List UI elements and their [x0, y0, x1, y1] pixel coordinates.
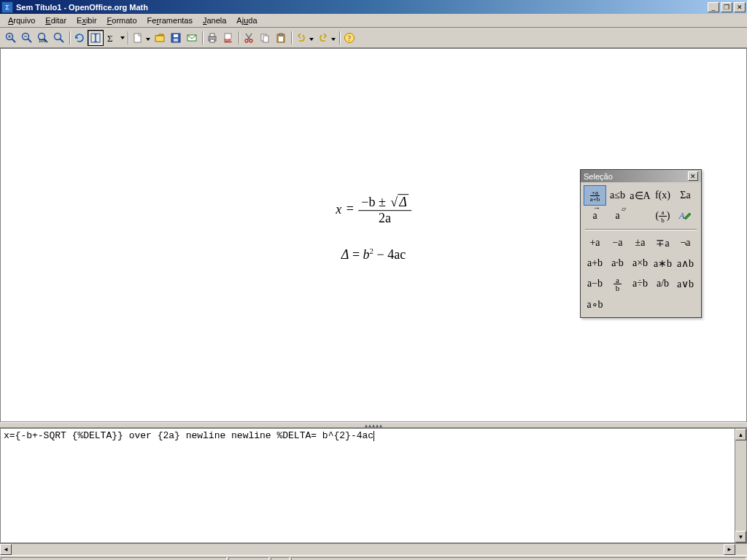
menu-ajuda[interactable]: Ajuda [231, 15, 262, 26]
op-a-ast-b[interactable]: a∗b [651, 253, 674, 273]
svg-text:?: ? [348, 34, 352, 42]
svg-line-5 [28, 39, 32, 42]
op-minusplus-a[interactable]: ∓a [651, 233, 674, 253]
app-icon: Σ [1, 1, 13, 13]
zoom-fit-button[interactable] [51, 30, 67, 46]
zoom-out-button[interactable] [19, 30, 35, 46]
op-a-and-b[interactable]: a∧b [674, 253, 697, 273]
help-button[interactable]: ? [341, 30, 357, 46]
category-attributes-acc[interactable]: a▱ [606, 206, 629, 226]
restore-button[interactable]: ❐ [721, 2, 732, 12]
op-a-dot-b[interactable]: a·b [606, 253, 629, 273]
category-functions[interactable]: f(x) [651, 185, 674, 206]
op-a-div-b[interactable]: a÷b [629, 273, 651, 294]
op-a-times-b[interactable]: a×b [629, 253, 651, 273]
formula-cursor-button[interactable] [88, 30, 104, 46]
export-pdf-button[interactable]: PDF [220, 30, 236, 46]
editor-vertical-scrollbar[interactable]: ▲ ▼ [735, 429, 746, 542]
palette-close-button[interactable]: ✕ [688, 171, 698, 181]
scroll-up-button[interactable]: ▲ [735, 429, 746, 440]
category-operators[interactable]: Σa [674, 185, 697, 206]
menu-formato-label: ormato [112, 16, 136, 25]
denominator: 2a [358, 211, 411, 226]
zoom-in-button[interactable] [3, 30, 19, 46]
menu-editar[interactable]: Editar [40, 15, 71, 26]
close-button[interactable]: ✕ [734, 2, 746, 12]
selection-palette[interactable]: Seleção ✕ +aa+b a≤b a∈A f(x) Σa a→ a▱ (a… [580, 169, 702, 318]
op-a-over-b[interactable]: ab [606, 273, 629, 294]
cut-button[interactable] [241, 30, 257, 46]
radicand-delta: Δ [398, 194, 409, 209]
op-plus-a[interactable]: +a [584, 233, 606, 253]
menubar: Arquivo Editar Exibir Formato Ferramenta… [0, 14, 747, 28]
svg-rect-36 [279, 36, 283, 42]
redo-button[interactable] [315, 30, 331, 46]
zoom-100-button[interactable]: 100 [35, 30, 51, 46]
email-button[interactable] [184, 30, 200, 46]
category-formats[interactable]: A [674, 206, 697, 226]
category-set-ops[interactable]: a∈A [629, 185, 651, 206]
menu-ferramentas[interactable]: Ferramentas [142, 15, 198, 26]
editor-horizontal-scrollbar[interactable] [12, 544, 724, 555]
splitter-handle[interactable]: ▴▴▴▴▴ [0, 422, 747, 428]
minimize-button[interactable]: _ [708, 2, 719, 12]
palette-titlebar[interactable]: Seleção ✕ [581, 170, 701, 182]
op-a-or-b[interactable]: a∨b [674, 273, 697, 294]
status-pane-4 [291, 557, 746, 560]
editor-content: x={-b+-SQRT {%DELTA}} over {2a} newline … [4, 430, 374, 441]
svg-text:Σ: Σ [107, 33, 113, 44]
dropdown-arrow-icon[interactable] [120, 32, 125, 44]
sigma-catalog-button[interactable]: Σ [104, 30, 120, 46]
scroll-down-button[interactable]: ▼ [735, 531, 746, 542]
svg-rect-33 [263, 36, 268, 42]
menu-exibir[interactable]: Exibir [71, 15, 102, 26]
scroll-right-button[interactable]: ► [724, 544, 735, 555]
undo-dropdown-icon[interactable] [309, 34, 315, 42]
open-button[interactable] [152, 30, 168, 46]
menu-arquivo-label: rquivo [13, 16, 35, 25]
new-button[interactable] [130, 30, 146, 46]
status-modified: * [271, 557, 290, 560]
svg-rect-35 [279, 34, 282, 36]
status-zoom[interactable]: 100% [228, 557, 269, 560]
text-caret [374, 431, 374, 441]
op-minus-a[interactable]: −a [606, 233, 629, 253]
op-blank-3 [651, 294, 674, 314]
menu-janela-label: anela [206, 16, 226, 25]
redo-dropdown-icon[interactable] [331, 34, 337, 42]
svg-point-31 [249, 39, 252, 42]
menu-arquivo[interactable]: Arquivo [3, 15, 40, 26]
menu-formato[interactable]: Formato [102, 15, 142, 26]
svg-rect-19 [174, 34, 178, 37]
window-title: Sem Título1 - OpenOffice.org Math [16, 3, 148, 12]
category-unary-binary[interactable]: +aa+b [584, 185, 606, 206]
refresh-button[interactable] [71, 30, 88, 46]
undo-button[interactable] [293, 30, 309, 46]
new-dropdown-icon[interactable] [146, 34, 152, 42]
category-relations[interactable]: a≤b [606, 185, 629, 206]
svg-line-1 [12, 39, 16, 42]
save-button[interactable] [168, 30, 184, 46]
menu-editar-label: ditar [51, 16, 66, 25]
op-plusminus-a[interactable]: ±a [629, 233, 651, 253]
category-brackets[interactable]: (ab) [651, 206, 674, 226]
scroll-left-button[interactable]: ◄ [0, 544, 12, 555]
op-not-a[interactable]: ¬a [674, 233, 697, 253]
svg-point-10 [55, 33, 61, 39]
op-a-plus-b[interactable]: a+b [584, 253, 606, 273]
paste-button[interactable] [273, 30, 289, 46]
op-a-minus-b[interactable]: a−b [584, 273, 606, 294]
print-direct-button[interactable] [204, 30, 220, 46]
op-a-circ-b[interactable]: a∘b [584, 294, 606, 314]
svg-rect-20 [174, 39, 178, 42]
category-attributes-vec[interactable]: a→ [584, 206, 606, 226]
menu-janela[interactable]: Janela [198, 15, 231, 26]
op-a-slash-b[interactable]: a/b [651, 273, 674, 294]
formula-editor[interactable]: x={-b+-SQRT {%DELTA}} over {2a} newline … [1, 429, 735, 542]
svg-rect-17 [134, 34, 141, 42]
numerator-prefix: −b ± [361, 195, 386, 209]
menu-exibir-label: ibir [86, 16, 97, 25]
status-pane-1 [1, 557, 227, 560]
copy-button[interactable] [257, 30, 273, 46]
palette-divider [585, 229, 697, 230]
